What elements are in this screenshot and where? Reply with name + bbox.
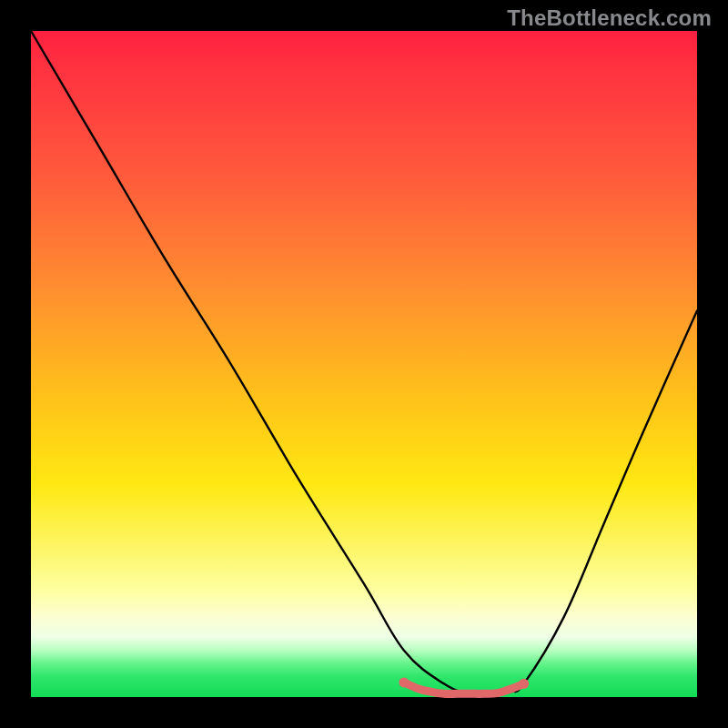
highlight-end-dot xyxy=(519,679,529,689)
highlight-band xyxy=(404,682,524,694)
watermark-text: TheBottleneck.com xyxy=(507,5,712,31)
highlight-start-dot xyxy=(399,677,409,687)
chart-svg xyxy=(31,31,697,697)
chart-frame: TheBottleneck.com xyxy=(0,0,728,728)
bottleneck-curve xyxy=(31,31,697,694)
